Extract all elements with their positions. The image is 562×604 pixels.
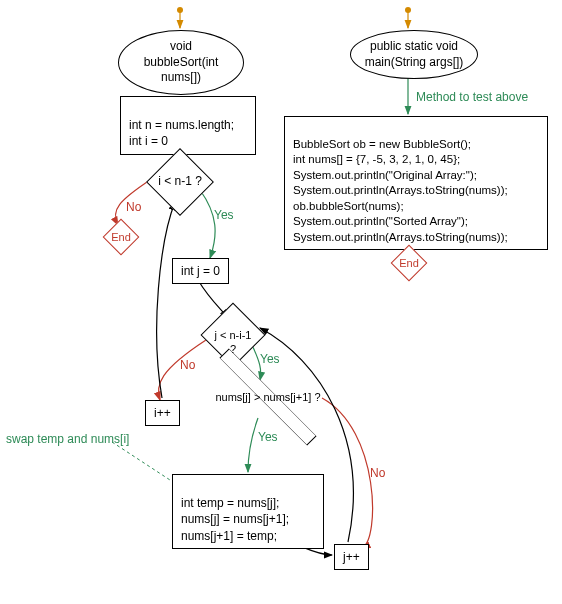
bubblesort-entry-text: void bubbleSort(int nums[]) [144,39,219,84]
end-left-text: End [108,224,134,244]
cond-i-no: No [126,200,141,214]
main-body-text: BubbleSort ob = new BubbleSort(); int nu… [293,138,508,243]
cond-j: j < n-i-1 ? [210,312,256,358]
end-right: End [396,250,422,276]
inc-i-text: i++ [154,406,171,420]
cond-i-yes: Yes [214,208,234,222]
inc-j: j++ [334,544,369,570]
cond-swap-text: nums[j] > nums[j+1] ? [206,378,330,404]
swap-block-text: int temp = nums[j]; nums[j] = nums[j+1];… [181,496,289,542]
init-block-text: int n = nums.length; int i = 0 [129,118,234,148]
cond-j-text: j < n-i-1 ? [210,312,256,357]
init-j: int j = 0 [172,258,229,284]
svg-point-1 [405,7,411,13]
init-block: int n = nums.length; int i = 0 [120,96,256,155]
main-entry-text: public static void main(String args[]) [365,39,464,69]
bubblesort-entry: void bubbleSort(int nums[]) [118,30,244,95]
end-right-text: End [396,250,422,270]
init-j-text: int j = 0 [181,264,220,278]
main-body: BubbleSort ob = new BubbleSort(); int nu… [284,116,548,250]
cond-swap: nums[j] > nums[j+1] ? [206,378,330,416]
main-entry: public static void main(String args[]) [350,30,478,79]
cond-swap-yes: Yes [258,430,278,444]
cond-i-text: i < n-1 ? [156,158,204,190]
cond-j-yes: Yes [260,352,280,366]
cond-j-no: No [180,358,195,372]
inc-i: i++ [145,400,180,426]
cond-swap-no: No [370,466,385,480]
method-comment: Method to test above [416,90,528,104]
swap-block: int temp = nums[j]; nums[j] = nums[j+1];… [172,474,324,549]
cond-i: i < n-1 ? [156,158,204,206]
svg-point-0 [177,7,183,13]
inc-j-text: j++ [343,550,360,564]
end-left: End [108,224,134,250]
swap-comment: swap temp and nums[i] [6,432,129,446]
